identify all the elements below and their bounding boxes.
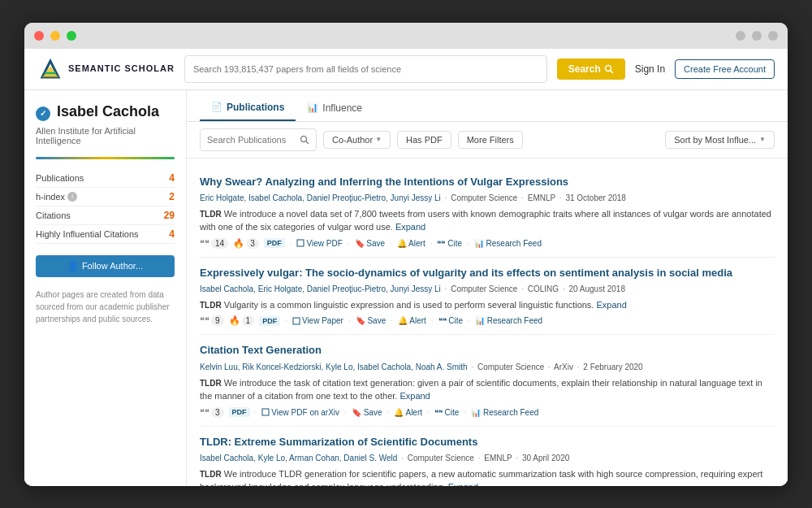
view-pdf-arxiv-link[interactable]: View PDF on arXiv [261, 408, 339, 417]
stat-value-citations: 29 [164, 210, 175, 221]
paper-author-link[interactable]: Junyi Jessy Li [391, 284, 441, 293]
info-icon[interactable]: i [67, 192, 77, 202]
paper-tldr: TLDR We introduce the task of citation t… [200, 376, 775, 403]
tabs-bar: 📄 Publications 📊 Influence [187, 90, 788, 122]
control-btn-3[interactable] [768, 31, 778, 41]
save-link[interactable]: 🔖 Save [355, 239, 386, 248]
paper-author-link[interactable]: Junyi Jessy Li [391, 193, 441, 202]
paper-item: TLDR: Extreme Summarization of Scientifi… [200, 427, 775, 486]
influential-badge: 🔥 3 [233, 238, 259, 249]
create-account-button[interactable]: Create Free Account [675, 59, 775, 79]
verified-badge [36, 106, 50, 121]
paper-actions: ❝❝ 3 PDF · View PDF on arXiv · 🔖 Save [200, 407, 775, 418]
pdf-badge: PDF [259, 316, 280, 326]
publication-search[interactable] [200, 128, 317, 151]
svg-rect-7 [297, 240, 304, 246]
alert-link[interactable]: 🔔 Alert [394, 408, 422, 417]
maximize-button[interactable] [67, 31, 76, 41]
save-link[interactable]: 🔖 Save [352, 408, 382, 417]
publication-search-input[interactable] [207, 135, 296, 145]
stat-hindex: h-index i 2 [36, 188, 175, 206]
sidebar-footer: Author pages are created from data sourc… [36, 289, 175, 325]
search-button[interactable]: Search [557, 59, 625, 80]
view-pdf-link[interactable]: View PDF [296, 239, 342, 248]
paper-tldr: TLDR We introduce a novel data set of 7,… [200, 207, 775, 234]
research-feed-link[interactable]: 📊 Research Feed [471, 408, 538, 417]
paper-title[interactable]: TLDR: Extreme Summarization of Scientifi… [200, 435, 775, 449]
close-button[interactable] [34, 31, 44, 41]
search-bar[interactable] [184, 55, 547, 83]
paper-meta: Isabel Cachola, Eric Holgate, Daniel Pre… [200, 283, 775, 295]
paper-title[interactable]: Expressively vulgar: The socio-dynamics … [200, 266, 775, 280]
author-name: Isabel Cachola [57, 103, 159, 121]
paper-author-link[interactable]: Noah A. Smith [416, 363, 468, 371]
paper-author-link[interactable]: Kyle Lo [326, 363, 352, 371]
stat-label-publications: Publications [36, 173, 84, 183]
paper-author-link[interactable]: Eric Holgate [200, 193, 244, 202]
paper-author-link[interactable]: Isabel Cachola [200, 454, 253, 462]
research-feed-link[interactable]: 📊 Research Feed [475, 316, 542, 325]
paper-title[interactable]: Why Swear? Analyzing and Inferring the I… [200, 175, 775, 189]
citation-badge: ❝❝ 9 [200, 315, 224, 326]
logo-text: SEMANTIC SCHOLAR [68, 63, 175, 74]
paper-meta: Kelvin Luu, Rik Koncel-Kedziorski, Kyle … [200, 361, 775, 373]
cite-link[interactable]: ❝❝ Cite [434, 408, 460, 417]
minimize-button[interactable] [50, 31, 60, 41]
pdf-badge: PDF [264, 238, 285, 248]
tab-influence[interactable]: 📊 Influence [296, 97, 374, 121]
tab-publications[interactable]: 📄 Publications [200, 97, 296, 121]
paper-author-link[interactable]: Daniel Preoţiuc-Pietro [307, 193, 386, 202]
paper-author-link[interactable]: Arman Cohan [289, 454, 339, 462]
search-input[interactable] [193, 64, 538, 74]
co-author-filter[interactable]: Co-Author ▼ [323, 131, 391, 149]
navbar: SEMANTIC SCHOLAR Search Sign In Create F… [24, 49, 788, 90]
expand-link[interactable]: Expand [448, 482, 478, 485]
save-link[interactable]: 🔖 Save [356, 316, 387, 325]
paper-author-link[interactable]: Isabel Cachola [248, 193, 302, 202]
paper-author-link[interactable]: Rik Koncel-Kedziorski [242, 363, 321, 371]
control-btn-1[interactable] [736, 31, 745, 41]
alert-link[interactable]: 🔔 Alert [398, 316, 426, 325]
expand-link[interactable]: Expand [395, 222, 425, 232]
sort-button[interactable]: Sort by Most Influe... ▼ [665, 131, 775, 149]
citation-badge: ❝❝ 3 [200, 407, 224, 418]
stat-citations: Citations 29 [36, 206, 175, 225]
paper-author-link[interactable]: Kelvin Luu [200, 363, 238, 371]
paper-author-link[interactable]: Daniel S. Weld [343, 454, 397, 462]
influential-badge: 🔥 1 [229, 315, 255, 326]
svg-rect-8 [293, 318, 300, 324]
has-pdf-filter[interactable]: Has PDF [397, 131, 451, 149]
stat-label-citations: Citations [36, 211, 71, 220]
publications-tab-icon: 📄 [211, 102, 222, 112]
follow-author-button[interactable]: 👤 Follow Author... [36, 255, 175, 277]
sign-in-button[interactable]: Sign In [635, 63, 665, 75]
paper-author-link[interactable]: Eric Holgate [258, 284, 302, 293]
alert-link[interactable]: 🔔 Alert [397, 239, 425, 248]
stat-value-influential: 4 [169, 228, 175, 240]
sort-arrow-icon: ▼ [759, 136, 766, 143]
view-pdf-icon [296, 239, 304, 247]
papers-list: Why Swear? Analyzing and Inferring the I… [187, 158, 788, 486]
view-paper-link[interactable]: View Paper [292, 316, 343, 325]
paper-meta: Isabel Cachola, Kyle Lo, Arman Cohan, Da… [200, 452, 775, 464]
paper-author-link[interactable]: Isabel Cachola [357, 363, 411, 371]
co-author-arrow-icon: ▼ [375, 136, 382, 143]
stat-value-hindex: 2 [169, 191, 175, 202]
stat-publications: Publications 4 [36, 169, 175, 188]
cite-link[interactable]: ❝❝ Cite [438, 316, 464, 325]
paper-item: Why Swear? Analyzing and Inferring the I… [200, 167, 775, 258]
cite-link[interactable]: ❝❝ Cite [437, 239, 462, 248]
paper-author-link[interactable]: Daniel Preoţiuc-Pietro [307, 284, 386, 293]
expand-link[interactable]: Expand [400, 391, 430, 401]
paper-title[interactable]: Citation Text Generation [200, 343, 775, 358]
page-content: SEMANTIC SCHOLAR Search Sign In Create F… [24, 49, 788, 486]
control-btn-2[interactable] [752, 31, 762, 41]
more-filters-button[interactable]: More Filters [458, 131, 523, 149]
paper-author-link[interactable]: Kyle Lo [258, 454, 285, 462]
research-feed-link[interactable]: 📊 Research Feed [474, 239, 542, 248]
paper-author-link[interactable]: Isabel Cachola [200, 284, 253, 293]
svg-point-5 [301, 136, 307, 141]
expand-link[interactable]: Expand [596, 300, 626, 310]
paper-item: Expressively vulgar: The socio-dynamics … [200, 258, 775, 336]
logo-area: SEMANTIC SCHOLAR [37, 56, 175, 82]
